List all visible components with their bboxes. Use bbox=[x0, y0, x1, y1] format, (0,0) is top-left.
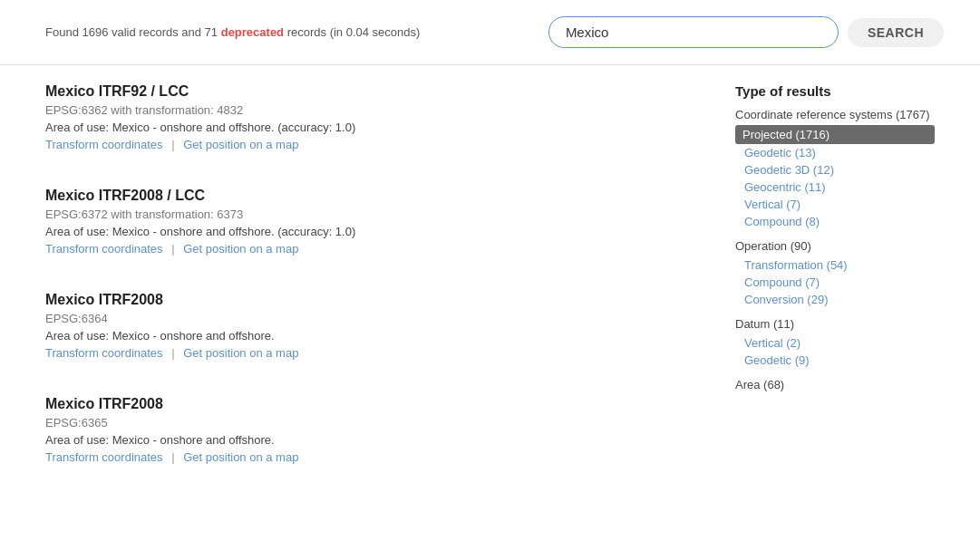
operation-items: Transformation (54)Compound (7)Conversio… bbox=[735, 256, 935, 308]
search-input[interactable] bbox=[548, 16, 839, 48]
datum-items: Vertical (2)Geodetic (9) bbox=[735, 334, 935, 369]
crs-items: Projected (1716)Geodetic (13)Geodetic 3D… bbox=[735, 125, 935, 230]
result-epsg: EPSG:6365 bbox=[45, 416, 699, 430]
result-title: Mexico ITRF2008 / LCC bbox=[45, 188, 699, 204]
sidebar-operation-item[interactable]: Compound (7) bbox=[735, 274, 935, 291]
main-content: Mexico ITRF92 / LCC EPSG:6362 with trans… bbox=[0, 65, 980, 518]
get-position-link[interactable]: Get position on a map bbox=[183, 346, 298, 360]
result-links: Transform coordinates | Get position on … bbox=[45, 450, 699, 464]
result-links: Transform coordinates | Get position on … bbox=[45, 242, 699, 256]
result-area: Area of use: Mexico - onshore and offsho… bbox=[45, 225, 699, 238]
sidebar-datum-item[interactable]: Geodetic (9) bbox=[735, 352, 935, 369]
transform-coordinates-link[interactable]: Transform coordinates bbox=[45, 346, 163, 360]
link-separator: | bbox=[171, 450, 174, 464]
sidebar-crs-item[interactable]: Compound (8) bbox=[735, 213, 935, 230]
datum-header: Datum (11) bbox=[735, 317, 935, 331]
sidebar-crs-item[interactable]: Geocentric (11) bbox=[735, 179, 935, 196]
sidebar-title: Type of results bbox=[735, 83, 935, 99]
result-item: Mexico ITRF2008 EPSG:6365 Area of use: M… bbox=[45, 396, 699, 473]
result-title: Mexico ITRF2008 bbox=[45, 292, 699, 308]
transform-coordinates-link[interactable]: Transform coordinates bbox=[45, 242, 163, 256]
result-links: Transform coordinates | Get position on … bbox=[45, 138, 699, 151]
deprecated-word: deprecated bbox=[221, 25, 284, 39]
link-separator: | bbox=[171, 242, 174, 256]
transform-coordinates-link[interactable]: Transform coordinates bbox=[45, 138, 163, 151]
search-button[interactable]: SEARCH bbox=[848, 18, 944, 47]
record-info: Found 1696 valid records and 71 deprecat… bbox=[45, 25, 420, 39]
top-bar: Found 1696 valid records and 71 deprecat… bbox=[0, 0, 980, 65]
sidebar-datum-item[interactable]: Vertical (2) bbox=[735, 334, 935, 352]
result-title: Mexico ITRF92 / LCC bbox=[45, 83, 699, 100]
result-epsg: EPSG:6362 with transformation: 4832 bbox=[45, 103, 699, 117]
result-item: Mexico ITRF92 / LCC EPSG:6362 with trans… bbox=[45, 83, 699, 160]
result-title: Mexico ITRF2008 bbox=[45, 396, 699, 412]
sidebar-crs-item[interactable]: Vertical (7) bbox=[735, 196, 935, 213]
result-item: Mexico ITRF2008 EPSG:6364 Area of use: M… bbox=[45, 292, 699, 369]
link-separator: | bbox=[171, 138, 174, 151]
result-area: Area of use: Mexico - onshore and offsho… bbox=[45, 329, 699, 343]
sidebar-operation-item[interactable]: Conversion (29) bbox=[735, 291, 935, 308]
sidebar-crs-item[interactable]: Geodetic (13) bbox=[735, 144, 935, 161]
sidebar-crs-item[interactable]: Geodetic 3D (12) bbox=[735, 161, 935, 179]
result-epsg: EPSG:6372 with transformation: 6373 bbox=[45, 208, 699, 221]
sidebar-operation-item[interactable]: Transformation (54) bbox=[735, 256, 935, 274]
result-area: Area of use: Mexico - onshore and offsho… bbox=[45, 433, 699, 447]
crs-header: Coordinate reference systems (1767) bbox=[735, 108, 935, 121]
result-epsg: EPSG:6364 bbox=[45, 312, 699, 325]
area-header: Area (68) bbox=[735, 378, 935, 391]
get-position-link[interactable]: Get position on a map bbox=[183, 450, 298, 464]
get-position-link[interactable]: Get position on a map bbox=[183, 138, 298, 151]
sidebar-crs-item[interactable]: Projected (1716) bbox=[735, 125, 935, 144]
operation-header: Operation (90) bbox=[735, 239, 935, 253]
transform-coordinates-link[interactable]: Transform coordinates bbox=[45, 450, 163, 464]
result-links: Transform coordinates | Get position on … bbox=[45, 346, 699, 360]
result-item: Mexico ITRF2008 / LCC EPSG:6372 with tra… bbox=[45, 188, 699, 265]
link-separator: | bbox=[171, 346, 174, 360]
get-position-link[interactable]: Get position on a map bbox=[183, 242, 298, 256]
search-area: SEARCH bbox=[548, 16, 944, 48]
result-area: Area of use: Mexico - onshore and offsho… bbox=[45, 121, 699, 134]
results-list: Mexico ITRF92 / LCC EPSG:6362 with trans… bbox=[45, 83, 699, 500]
sidebar: Type of results Coordinate reference sys… bbox=[735, 83, 935, 500]
